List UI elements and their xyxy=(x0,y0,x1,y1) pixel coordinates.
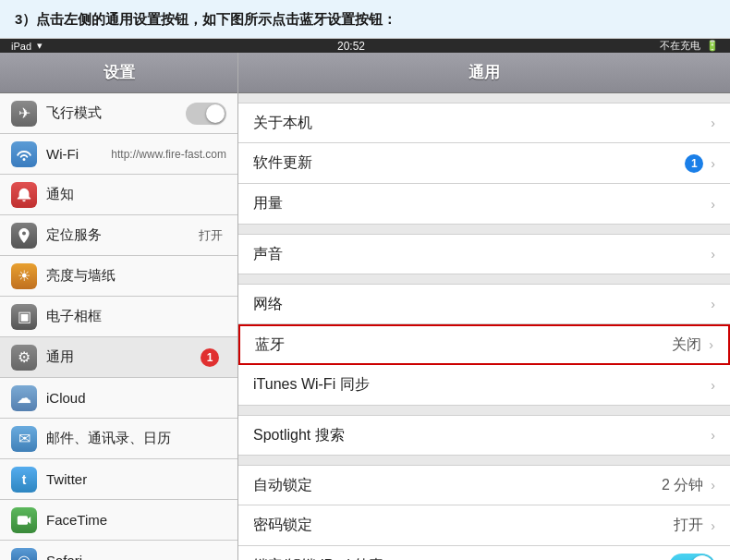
airplane-toggle[interactable] xyxy=(186,103,226,125)
wifi-url: http://www.fire-fast.com xyxy=(111,148,226,161)
bluetooth-value: 关闭 xyxy=(672,335,701,355)
settings-group-4: Spotlight 搜索 › xyxy=(238,415,730,456)
sidebar-item-photoframe[interactable]: ▣ 电子相框 xyxy=(0,297,237,337)
sidebar-title: 设置 xyxy=(103,62,135,83)
airplane-label: 飞行模式 xyxy=(46,104,186,122)
brightness-icon: ☀ xyxy=(11,263,37,289)
sidebar-item-wifi[interactable]: Wi-Fi http://www.fire-fast.com xyxy=(0,134,237,175)
general-icon: ⚙ xyxy=(11,345,37,371)
settings-row-spotlight[interactable]: Spotlight 搜索 › xyxy=(238,415,730,456)
settings-row-cover-lock[interactable]: 锁定/解锁 iPad 外壳 xyxy=(238,546,730,560)
location-status: 打开 xyxy=(199,227,223,244)
passcode-chevron: › xyxy=(711,518,715,533)
ipad-frame: iPad ▾ 20:52 不在充电 🔋 设置 ✈ 飞行模式 xyxy=(0,39,730,554)
sidebar-item-facetime[interactable]: FaceTime xyxy=(0,500,237,541)
status-time: 20:52 xyxy=(337,40,365,53)
notify-icon xyxy=(11,182,37,208)
status-left: iPad ▾ xyxy=(11,40,43,52)
instruction-bar: 3）点击左侧的通用设置按钮，如下图所示点击蓝牙设置按钮： xyxy=(0,0,730,39)
bluetooth-label: 蓝牙 xyxy=(255,335,672,355)
sidebar-item-general[interactable]: ⚙ 通用 1 xyxy=(0,337,237,378)
notify-label: 通知 xyxy=(46,186,226,203)
general-label: 通用 xyxy=(46,348,201,366)
sidebar-item-icloud[interactable]: ☁ iCloud xyxy=(0,378,237,419)
sidebar-item-mail[interactable]: ✉ 邮件、通讯录、日历 xyxy=(0,419,237,459)
usage-chevron: › xyxy=(711,197,715,212)
twitter-label: Twitter xyxy=(46,471,226,487)
itunes-wifi-label: iTunes Wi-Fi 同步 xyxy=(253,375,711,395)
mail-label: 邮件、通讯录、日历 xyxy=(46,430,226,447)
right-header: 通用 xyxy=(238,53,730,93)
settings-group-3: 网络 › 蓝牙 关闭 › iTunes Wi-Fi 同步 › xyxy=(238,284,730,406)
spotlight-chevron: › xyxy=(711,428,715,443)
settings-row-auto-lock[interactable]: 自动锁定 2 分钟 › xyxy=(238,465,730,505)
sidebar-header: 设置 xyxy=(0,53,237,93)
icloud-label: iCloud xyxy=(46,390,226,406)
passcode-value: 打开 xyxy=(674,516,703,535)
not-charging-label: 不在充电 xyxy=(660,39,700,53)
toggle-off xyxy=(186,103,226,125)
settings-row-usage[interactable]: 用量 › xyxy=(238,184,730,225)
status-bar: iPad ▾ 20:52 不在充电 🔋 xyxy=(0,39,730,53)
cover-lock-toggle[interactable] xyxy=(669,554,715,561)
twitter-icon: t xyxy=(11,467,37,493)
settings-group-2: 声音 › xyxy=(238,234,730,274)
safari-icon: ◎ xyxy=(11,548,37,561)
general-badge: 1 xyxy=(201,348,219,367)
settings-row-passcode[interactable]: 密码锁定 打开 › xyxy=(238,505,730,546)
settings-row-bluetooth[interactable]: 蓝牙 关闭 › xyxy=(238,324,730,365)
mail-icon: ✉ xyxy=(11,426,37,452)
battery-icon: 🔋 xyxy=(706,40,719,52)
settings-group-1: 关于本机 › 软件更新 1 › 用量 › xyxy=(238,103,730,225)
status-right: 不在充电 🔋 xyxy=(660,39,719,53)
brightness-label: 亮度与墙纸 xyxy=(46,267,226,285)
auto-lock-label: 自动锁定 xyxy=(253,476,662,495)
photoframe-icon: ▣ xyxy=(11,304,37,330)
sidebar-item-location[interactable]: 定位服务 打开 xyxy=(0,215,237,256)
right-panel: 通用 关于本机 › 软件更新 1 › 用量 › xyxy=(238,53,730,560)
cover-lock-knob xyxy=(691,555,713,561)
usage-label: 用量 xyxy=(253,194,711,213)
network-label: 网络 xyxy=(253,295,711,314)
passcode-label: 密码锁定 xyxy=(253,516,674,535)
settings-row-software-update[interactable]: 软件更新 1 › xyxy=(238,143,730,184)
sound-label: 声音 xyxy=(253,245,711,264)
spotlight-label: Spotlight 搜索 xyxy=(253,426,711,445)
software-update-badge: 1 xyxy=(685,154,703,173)
settings-row-sound[interactable]: 声音 › xyxy=(238,234,730,274)
cover-lock-label: 锁定/解锁 iPad 外壳 xyxy=(253,556,669,560)
software-update-label: 软件更新 xyxy=(253,153,685,173)
sidebar-item-brightness[interactable]: ☀ 亮度与墙纸 xyxy=(0,256,237,297)
sidebar-item-safari[interactable]: ◎ Safari xyxy=(0,541,237,560)
about-chevron: › xyxy=(711,116,715,130)
sidebar: 设置 ✈ 飞行模式 Wi-Fi ht xyxy=(0,53,238,560)
toggle-knob xyxy=(206,104,225,123)
right-title: 通用 xyxy=(468,62,500,83)
settings-group-5: 自动锁定 2 分钟 › 密码锁定 打开 › 锁定/解锁 iPad 外壳 xyxy=(238,465,730,560)
settings-row-itunes-wifi[interactable]: iTunes Wi-Fi 同步 › xyxy=(238,365,730,406)
wifi-icon xyxy=(11,141,37,167)
settings-row-network[interactable]: 网络 › xyxy=(238,284,730,324)
wifi-icon: ▾ xyxy=(37,40,43,52)
sidebar-item-airplane[interactable]: ✈ 飞行模式 xyxy=(0,93,237,134)
location-icon xyxy=(11,223,37,249)
about-label: 关于本机 xyxy=(253,114,711,133)
auto-lock-value: 2 分钟 xyxy=(662,476,703,495)
facetime-icon xyxy=(11,507,37,533)
auto-lock-chevron: › xyxy=(711,478,715,493)
safari-label: Safari xyxy=(46,553,226,560)
sound-chevron: › xyxy=(711,247,715,262)
sidebar-item-twitter[interactable]: t Twitter xyxy=(0,459,237,500)
bluetooth-chevron: › xyxy=(709,337,713,352)
wifi-label: Wi-Fi xyxy=(46,146,107,162)
airplane-icon: ✈ xyxy=(11,101,37,127)
right-content: 关于本机 › 软件更新 1 › 用量 › 声 xyxy=(238,93,730,560)
photoframe-label: 电子相框 xyxy=(46,308,226,325)
ipad-label: iPad xyxy=(11,41,31,52)
network-chevron: › xyxy=(711,297,715,311)
facetime-label: FaceTime xyxy=(46,512,226,528)
main-content: 设置 ✈ 飞行模式 Wi-Fi ht xyxy=(0,53,730,560)
settings-row-about[interactable]: 关于本机 › xyxy=(238,103,730,143)
sidebar-item-notify[interactable]: 通知 xyxy=(0,175,237,215)
icloud-icon: ☁ xyxy=(11,385,37,411)
